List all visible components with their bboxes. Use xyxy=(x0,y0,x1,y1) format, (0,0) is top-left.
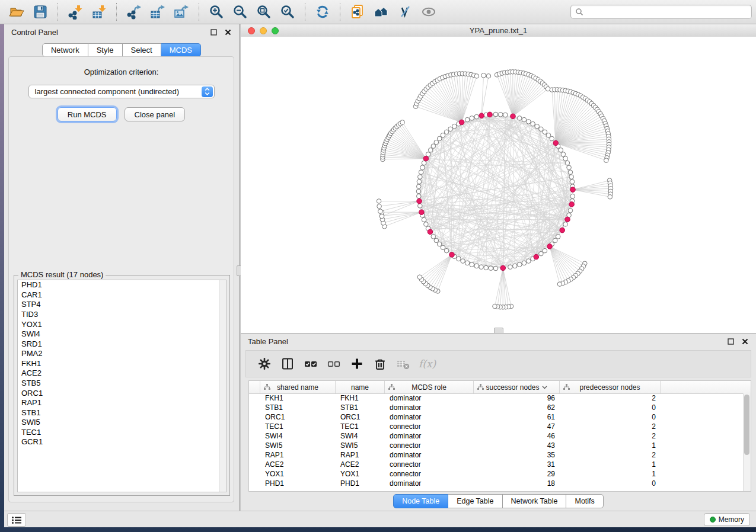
mcds-result-item[interactable]: CAR1 xyxy=(18,290,226,300)
table-tab-node-table[interactable]: Node Table xyxy=(393,494,448,508)
cell: ORC1 xyxy=(260,413,336,421)
export-image-icon[interactable] xyxy=(171,2,192,22)
table-row[interactable]: YOX1YOX1connector291 xyxy=(249,469,744,479)
tab-style[interactable]: Style xyxy=(88,43,123,57)
zoom-out-icon[interactable] xyxy=(230,2,250,22)
table-tab-motifs[interactable]: Motifs xyxy=(566,494,603,508)
add-row-icon[interactable] xyxy=(347,355,367,373)
table-scrollbar[interactable] xyxy=(743,393,751,491)
mcds-list-scrollbar[interactable] xyxy=(219,280,226,492)
table-settings-icon[interactable] xyxy=(254,355,275,373)
criterion-dropdown[interactable]: largest connected component (undirected) xyxy=(28,85,215,98)
table-row[interactable]: FKH1FKH1dominator962 xyxy=(249,393,744,403)
mcds-result-item[interactable]: TID3 xyxy=(18,310,226,320)
refresh-icon[interactable] xyxy=(312,2,333,22)
table-row[interactable]: STB1STB1dominator620 xyxy=(249,403,744,412)
mcds-result-item[interactable]: YOX1 xyxy=(18,319,226,329)
column-header-name[interactable]: name xyxy=(336,381,385,393)
show-all-icon[interactable] xyxy=(371,2,391,22)
table-tab-network-table[interactable]: Network Table xyxy=(503,494,567,508)
delete-row-icon[interactable] xyxy=(370,355,390,373)
table-row[interactable]: SWI4SWI4dominator462 xyxy=(249,431,744,441)
zoom-selected-icon[interactable] xyxy=(277,2,298,22)
deselect-all-icon[interactable] xyxy=(324,355,344,373)
float-panel-icon[interactable] xyxy=(725,336,736,347)
cell: connector xyxy=(385,470,474,478)
column-header-shared-name[interactable]: shared name xyxy=(260,381,336,393)
table-row[interactable]: ORC1ORC1dominator610 xyxy=(249,412,744,422)
close-window-icon[interactable] xyxy=(248,27,255,34)
search-field[interactable] xyxy=(570,5,752,19)
cell: connector xyxy=(385,460,474,469)
network-canvas[interactable] xyxy=(241,37,756,333)
mcds-result-item[interactable]: ORC1 xyxy=(18,388,226,398)
cell: dominator xyxy=(385,432,474,440)
mcds-result-item[interactable]: STB5 xyxy=(18,379,226,389)
table-row[interactable]: ACE2ACE2connector311 xyxy=(249,460,744,469)
network-graph[interactable] xyxy=(241,37,756,333)
table-row[interactable]: TEC1TEC1connector472 xyxy=(249,422,744,431)
cell: 0 xyxy=(560,403,661,412)
export-table-icon[interactable] xyxy=(148,2,168,22)
table-row[interactable]: SWI5SWI5connector431 xyxy=(249,441,744,450)
column-header-MCDS-role[interactable]: MCDS role xyxy=(385,381,474,393)
table-row[interactable]: PHD1PHD1dominator180 xyxy=(249,479,744,488)
function-builder-icon[interactable]: f(x) xyxy=(419,358,436,370)
mcds-result-item[interactable]: PMA2 xyxy=(18,349,226,359)
network-view-window: YPA_prune.txt_1 xyxy=(241,24,756,333)
delete-table-icon[interactable] xyxy=(393,355,413,373)
zoom-fit-icon[interactable] xyxy=(254,2,274,22)
cell: TEC1 xyxy=(260,422,336,431)
cell: 0 xyxy=(560,479,661,488)
select-all-icon[interactable] xyxy=(301,355,321,373)
column-header-successor-nodes[interactable]: successor nodes xyxy=(474,381,560,393)
table-row[interactable]: RAP1RAP1dominator352 xyxy=(249,450,744,460)
memory-label: Memory xyxy=(719,515,744,524)
show-graphics-details-icon[interactable] xyxy=(419,2,439,22)
cell: 31 xyxy=(474,460,560,469)
save-session-icon[interactable] xyxy=(30,2,50,22)
show-panels-button[interactable] xyxy=(7,513,26,527)
cell: ORC1 xyxy=(336,413,385,421)
mcds-result-item[interactable]: GCR1 xyxy=(18,437,226,447)
network-window-titlebar[interactable]: YPA_prune.txt_1 xyxy=(241,24,756,37)
column-header-predecessor-nodes[interactable]: predecessor nodes xyxy=(560,381,661,393)
import-table-icon[interactable] xyxy=(89,2,109,22)
close-panel-icon[interactable] xyxy=(739,336,750,347)
table-header-row: shared namenameMCDS rolesuccessor nodesp… xyxy=(249,381,751,394)
clone-network-icon[interactable] xyxy=(347,2,368,22)
mcds-result-item[interactable]: PHD1 xyxy=(18,280,226,290)
node-table[interactable]: shared namenameMCDS rolesuccessor nodesp… xyxy=(248,380,751,492)
memory-button[interactable]: Memory xyxy=(704,513,750,526)
mcds-result-item[interactable]: SWI4 xyxy=(18,329,226,339)
show-columns-icon[interactable] xyxy=(277,355,298,373)
run-mcds-button[interactable]: Run MCDS xyxy=(58,107,117,121)
mcds-result-item[interactable]: FKH1 xyxy=(18,359,226,369)
search-input[interactable] xyxy=(583,6,751,18)
float-panel-icon[interactable] xyxy=(208,27,219,37)
mcds-result-item[interactable]: TEC1 xyxy=(18,428,226,438)
minimize-window-icon[interactable] xyxy=(260,27,267,34)
zoom-in-icon[interactable] xyxy=(206,2,227,22)
tab-mcds[interactable]: MCDS xyxy=(161,43,201,57)
close-panel-icon[interactable] xyxy=(222,27,233,37)
mcds-result-item[interactable]: ACE2 xyxy=(18,368,226,379)
tab-select[interactable]: Select xyxy=(123,43,161,57)
import-network-icon[interactable] xyxy=(65,2,85,22)
tab-network[interactable]: Network xyxy=(42,43,88,57)
table-scrollbar-thumb[interactable] xyxy=(744,395,749,455)
table-toolbar: f(x) xyxy=(245,350,751,377)
mcds-result-item[interactable]: STB1 xyxy=(18,408,226,418)
optimization-criterion-label: Optimization criterion: xyxy=(9,68,234,76)
close-panel-button[interactable]: Close panel xyxy=(125,107,186,121)
open-session-icon[interactable] xyxy=(7,2,27,22)
mcds-result-item[interactable]: SWI5 xyxy=(18,418,226,428)
table-tab-edge-table[interactable]: Edge Table xyxy=(448,494,502,508)
mcds-result-item[interactable]: SRD1 xyxy=(18,339,226,349)
export-network-icon[interactable] xyxy=(124,2,144,22)
mcds-result-item[interactable]: STP4 xyxy=(18,300,226,310)
maximize-window-icon[interactable] xyxy=(272,27,279,34)
mcds-result-list[interactable]: PHD1CAR1STP4TID3YOX1SWI4SRD1PMA2FKH1ACE2… xyxy=(17,280,227,492)
hide-graphics-details-icon[interactable] xyxy=(395,2,415,22)
mcds-result-item[interactable]: RAP1 xyxy=(18,398,226,408)
